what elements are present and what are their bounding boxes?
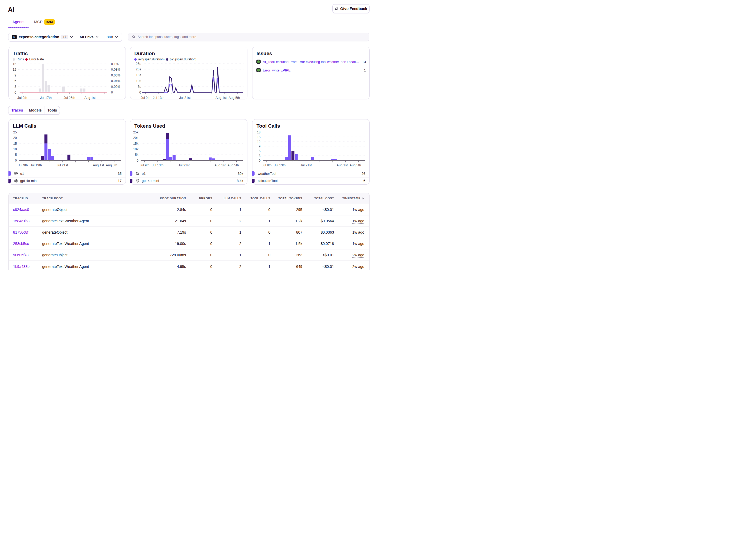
svg-text:10s: 10s	[136, 79, 141, 83]
svg-text:Aug 5th: Aug 5th	[106, 164, 117, 167]
svg-text:0.02%: 0.02%	[111, 85, 120, 88]
svg-text:Jul 21st: Jul 21st	[300, 164, 312, 167]
svg-text:15k: 15k	[133, 142, 139, 145]
svg-text:25k: 25k	[133, 131, 139, 134]
svg-text:25: 25	[13, 131, 17, 134]
svg-text:Jul 9th: Jul 9th	[18, 164, 28, 167]
svg-text:10k: 10k	[133, 147, 139, 151]
svg-text:Jul 21st: Jul 21st	[178, 164, 190, 167]
svg-text:15: 15	[13, 142, 17, 145]
svg-text:5s: 5s	[138, 85, 141, 88]
svg-text:18: 18	[257, 131, 261, 134]
svg-text:Aug 5th: Aug 5th	[227, 164, 239, 167]
svg-text:0: 0	[15, 159, 17, 162]
svg-text:Jul 13th: Jul 13th	[30, 164, 42, 167]
svg-text:20s: 20s	[136, 68, 141, 71]
svg-text:15s: 15s	[136, 73, 141, 77]
svg-text:12: 12	[13, 68, 16, 71]
svg-text:0.08%: 0.08%	[111, 68, 120, 71]
svg-text:20: 20	[13, 136, 17, 140]
svg-text:Jul 9th: Jul 9th	[140, 164, 150, 167]
svg-text:6: 6	[259, 149, 261, 153]
svg-text:Aug 1st: Aug 1st	[93, 164, 104, 167]
svg-text:Aug 5th: Aug 5th	[228, 96, 240, 100]
svg-text:6: 6	[15, 79, 16, 83]
svg-text:0.04%: 0.04%	[111, 79, 120, 83]
svg-text:Jul 13th: Jul 13th	[153, 96, 165, 100]
svg-text:0: 0	[111, 91, 113, 94]
svg-text:N: N	[13, 35, 16, 39]
svg-text:3: 3	[259, 154, 261, 157]
svg-text:Aug 1st: Aug 1st	[215, 164, 226, 167]
svg-text:0: 0	[15, 91, 16, 94]
svg-text:5: 5	[15, 153, 17, 157]
svg-text:Jul 9th: Jul 9th	[262, 164, 272, 167]
svg-text:Jul 9th: Jul 9th	[141, 96, 150, 100]
svg-text:Jul 13th: Jul 13th	[274, 164, 286, 167]
svg-text:Jul 25th: Jul 25th	[64, 96, 75, 100]
svg-text:15: 15	[257, 135, 261, 139]
svg-text:9: 9	[15, 73, 16, 77]
svg-text:25s: 25s	[136, 62, 141, 66]
svg-text:0.06%: 0.06%	[111, 73, 120, 77]
svg-text:3: 3	[15, 85, 16, 88]
svg-text:Aug 1st: Aug 1st	[84, 96, 96, 100]
svg-text:Jul 17th: Jul 17th	[40, 96, 52, 100]
svg-text:0: 0	[259, 159, 261, 162]
svg-text:Aug 1st: Aug 1st	[216, 96, 227, 100]
svg-text:5k: 5k	[135, 153, 139, 157]
svg-text:Jul 21st: Jul 21st	[179, 96, 191, 100]
svg-text:12: 12	[257, 140, 261, 143]
svg-text:0: 0	[139, 91, 141, 94]
svg-text:9: 9	[259, 145, 261, 148]
svg-text:0: 0	[137, 159, 138, 162]
svg-text:0.1%: 0.1%	[111, 62, 119, 66]
svg-text:15: 15	[13, 62, 16, 66]
svg-text:10: 10	[13, 147, 17, 151]
svg-text:Jul 9th: Jul 9th	[17, 96, 27, 100]
svg-text:Aug 5th: Aug 5th	[350, 164, 361, 167]
svg-text:Jul 21st: Jul 21st	[57, 164, 68, 167]
svg-text:Jul 13th: Jul 13th	[152, 164, 164, 167]
svg-text:Aug 1st: Aug 1st	[337, 164, 348, 167]
svg-text:20k: 20k	[133, 136, 139, 140]
